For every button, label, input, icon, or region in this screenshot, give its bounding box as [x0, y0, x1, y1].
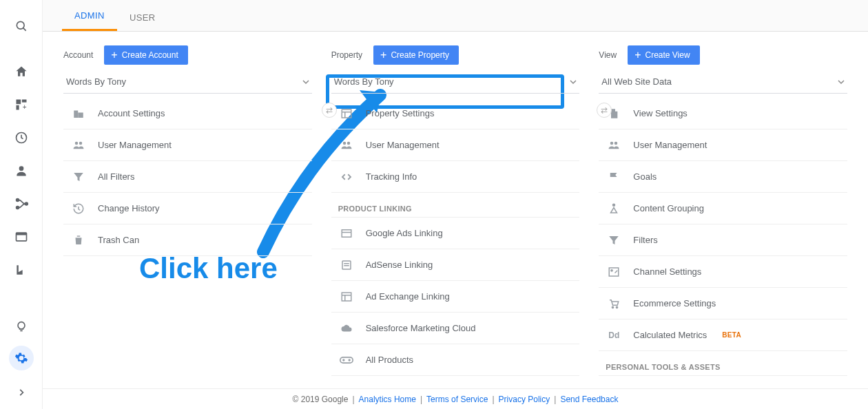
footer-link-tos[interactable]: Terms of Service: [426, 395, 488, 404]
svg-rect-13: [74, 110, 78, 118]
property-column: Property +Create Property Words By Tony …: [324, 45, 587, 388]
view-title: View: [599, 50, 617, 60]
account-settings-item[interactable]: Account Settings: [63, 98, 312, 129]
item-label: User Management: [98, 140, 172, 150]
account-title: Account: [63, 50, 93, 60]
ecommerce-settings-item[interactable]: Ecommerce Settings: [599, 288, 847, 319]
svg-rect-22: [342, 229, 351, 237]
create-view-button[interactable]: +Create View: [628, 45, 700, 65]
svg-rect-26: [344, 265, 349, 266]
item-label: Trash Can: [98, 235, 139, 245]
content-grouping-item[interactable]: Content Grouping: [599, 193, 847, 224]
trash-can-item[interactable]: Trash Can: [63, 224, 312, 256]
google-ads-linking-item[interactable]: Google Ads Linking: [331, 218, 580, 249]
search-icon[interactable]: [9, 14, 34, 39]
item-label: All Filters: [98, 171, 134, 182]
discover-icon[interactable]: [9, 313, 34, 337]
item-label: Tracking Info: [366, 171, 417, 182]
move-property-icon[interactable]: ⇄: [597, 103, 612, 118]
view-settings-item[interactable]: View Settings: [599, 98, 847, 129]
item-label: Salesforce Marketing Cloud: [366, 323, 476, 333]
create-account-button[interactable]: +Create Account: [104, 45, 187, 65]
view-selector[interactable]: All Web Site Data: [599, 70, 847, 94]
acquisition-icon[interactable]: [9, 191, 34, 216]
item-label: Channel Settings: [633, 266, 701, 277]
funnel-icon: [606, 234, 622, 247]
view-filters-item[interactable]: Filters: [599, 224, 847, 256]
item-label: User Management: [366, 140, 440, 150]
move-account-icon[interactable]: ⇄: [322, 103, 337, 118]
history-icon: [70, 202, 87, 215]
tracking-info-item[interactable]: Tracking Info: [331, 161, 580, 193]
account-column: Account +Create Account Words By Tony Ac…: [56, 45, 319, 388]
footer-link-feedback[interactable]: Send Feedback: [560, 395, 618, 404]
beta-badge: BETA: [722, 331, 741, 339]
footer-copyright: © 2019 Google: [293, 395, 349, 404]
svg-point-21: [347, 141, 350, 145]
property-title: Property: [331, 50, 362, 60]
property-selector[interactable]: Words By Tony: [331, 70, 580, 94]
create-property-label: Create Property: [391, 50, 449, 60]
audience-icon[interactable]: [9, 158, 34, 183]
create-property-button[interactable]: +Create Property: [373, 45, 459, 65]
calculated-metrics-item[interactable]: Dd Calculated Metrics BETA: [599, 319, 847, 351]
item-label: Ad Exchange Linking: [366, 291, 450, 302]
plus-icon: +: [380, 50, 386, 61]
channel-settings-item[interactable]: Channel Settings: [599, 256, 847, 288]
svg-rect-36: [610, 268, 619, 276]
chevron-down-icon: [838, 78, 845, 85]
code-icon: [338, 171, 355, 183]
chevron-down-icon: [570, 78, 577, 85]
personal-tools-header: PERSONAL TOOLS & ASSETS: [599, 351, 847, 376]
customization-icon[interactable]: +: [9, 92, 34, 117]
account-user-mgmt-item[interactable]: User Management: [63, 129, 312, 161]
account-selector[interactable]: Words By Tony: [63, 70, 312, 94]
svg-rect-14: [78, 112, 83, 118]
salesforce-linking-item[interactable]: Salesforce Marketing Cloud: [331, 313, 580, 344]
view-selected-label: All Web Site Data: [601, 76, 672, 87]
svg-rect-30: [340, 357, 353, 362]
svg-point-32: [348, 359, 350, 361]
view-column: View +Create View All Web Site Data View…: [592, 45, 854, 388]
change-history-item[interactable]: Change History: [63, 193, 312, 224]
tab-user[interactable]: USER: [117, 12, 168, 31]
footer-link-analytics-home[interactable]: Analytics Home: [359, 395, 416, 404]
cloud-icon: [338, 322, 355, 335]
flag-icon: [606, 171, 622, 183]
all-products-item[interactable]: All Products: [331, 344, 580, 376]
plus-icon: +: [634, 50, 641, 61]
svg-point-39: [617, 306, 618, 308]
link-icon: [338, 355, 355, 365]
footer-link-privacy[interactable]: Privacy Policy: [499, 395, 550, 404]
all-filters-item[interactable]: All Filters: [63, 161, 312, 193]
ad-exchange-linking-item[interactable]: Ad Exchange Linking: [331, 281, 580, 313]
svg-rect-27: [342, 293, 351, 301]
item-label: Account Settings: [98, 108, 165, 118]
behavior-icon[interactable]: [9, 224, 34, 249]
channel-icon: [606, 266, 622, 278]
svg-point-15: [75, 141, 79, 145]
view-user-mgmt-item[interactable]: User Management: [599, 129, 847, 161]
tab-admin[interactable]: ADMIN: [62, 10, 117, 31]
adsense-linking-item[interactable]: AdSense Linking: [331, 249, 580, 281]
property-selected-label: Words By Tony: [334, 76, 394, 87]
svg-point-10: [25, 202, 28, 205]
svg-rect-4: [16, 105, 19, 110]
goals-item[interactable]: Goals: [599, 161, 847, 193]
item-label: AdSense Linking: [366, 260, 433, 270]
adsense-icon: [338, 259, 355, 271]
admin-gear-icon[interactable]: [9, 346, 34, 370]
chevron-down-icon: [302, 78, 309, 85]
item-label: All Products: [366, 355, 413, 365]
property-settings-item[interactable]: Property Settings: [331, 98, 580, 129]
left-nav-rail: +: [0, 0, 43, 409]
collapse-chevron-icon[interactable]: [9, 380, 34, 405]
create-view-label: Create View: [645, 50, 690, 60]
realtime-icon[interactable]: [9, 125, 34, 150]
property-user-mgmt-item[interactable]: User Management: [331, 129, 580, 161]
funnel-icon: [70, 171, 87, 183]
conversions-icon[interactable]: [9, 258, 34, 282]
item-label: Change History: [98, 203, 160, 213]
home-icon[interactable]: [9, 59, 34, 84]
plus-icon: +: [111, 50, 117, 61]
